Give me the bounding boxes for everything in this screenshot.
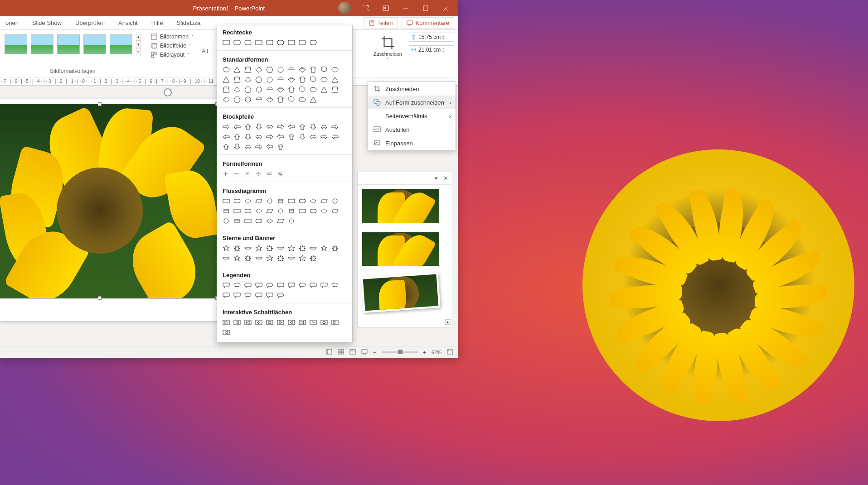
shape-option[interactable] (254, 123, 263, 131)
shape-option[interactable] (298, 66, 307, 74)
shape-option[interactable] (222, 66, 231, 74)
shape-option[interactable] (254, 96, 263, 104)
style-thumb-1[interactable] (5, 34, 27, 54)
shape-option[interactable] (222, 133, 231, 141)
shape-option[interactable] (298, 133, 307, 141)
shape-option[interactable] (243, 86, 252, 94)
share-button[interactable]: Teilen (364, 17, 398, 29)
shape-option[interactable] (243, 38, 252, 47)
shape-option[interactable] (298, 254, 307, 262)
shape-option[interactable] (254, 254, 263, 262)
shape-option[interactable] (320, 318, 329, 327)
fit-window-icon[interactable] (447, 349, 453, 355)
shape-option[interactable] (222, 207, 231, 215)
comments-button[interactable]: Kommentare (402, 17, 454, 29)
selected-picture[interactable] (0, 104, 218, 298)
shape-option[interactable] (265, 318, 274, 327)
shape-option[interactable] (254, 170, 263, 178)
shape-option[interactable] (222, 170, 231, 178)
picture-border-button[interactable]: Bildrahmen ˅ (151, 34, 194, 40)
shape-option[interactable] (298, 76, 307, 84)
shape-option[interactable] (254, 66, 263, 74)
shape-option[interactable] (320, 86, 329, 94)
alt-text-label[interactable]: Alt (199, 30, 211, 77)
view-sorter-icon[interactable] (338, 349, 344, 355)
shape-option[interactable] (309, 76, 318, 84)
shape-option[interactable] (298, 38, 307, 47)
shape-option[interactable] (233, 66, 242, 74)
shape-option[interactable] (265, 96, 274, 104)
shape-option[interactable] (298, 96, 307, 104)
rotate-handle-icon[interactable] (164, 88, 172, 96)
pane-scroll-right-icon[interactable]: ▸ (445, 319, 451, 325)
shape-option[interactable] (298, 123, 307, 131)
shape-option[interactable] (222, 244, 231, 252)
style-thumb-2[interactable] (31, 34, 53, 54)
shape-option[interactable] (265, 143, 274, 151)
shape-option[interactable] (265, 86, 274, 94)
tab-view[interactable]: Ansicht (116, 18, 141, 28)
shape-option[interactable] (276, 143, 285, 151)
shape-option[interactable] (320, 207, 329, 215)
view-reading-icon[interactable] (349, 349, 356, 355)
tab-help[interactable]: Hilfe (149, 18, 166, 28)
shape-option[interactable] (276, 244, 285, 252)
shape-option[interactable] (276, 170, 285, 178)
shape-option[interactable] (320, 244, 329, 252)
shape-option[interactable] (265, 207, 274, 215)
gallery-next-icon[interactable]: ▾ (136, 40, 141, 48)
shape-option[interactable] (222, 38, 231, 47)
shape-option[interactable] (298, 197, 307, 205)
shape-option[interactable] (309, 38, 318, 47)
shape-option[interactable] (330, 318, 339, 327)
view-slideshow-icon[interactable] (361, 349, 368, 355)
shape-option[interactable] (287, 86, 296, 94)
shape-option[interactable] (243, 318, 252, 327)
shape-option[interactable] (254, 281, 263, 289)
shape-option[interactable] (309, 318, 318, 327)
shape-option[interactable] (222, 123, 231, 131)
shape-option[interactable] (243, 291, 252, 299)
shape-option[interactable] (298, 318, 307, 327)
shape-option[interactable] (222, 86, 231, 94)
shape-option[interactable] (233, 197, 242, 205)
shape-option[interactable] (320, 133, 329, 141)
shape-option[interactable] (276, 123, 285, 131)
shape-option[interactable] (276, 76, 285, 84)
height-spinner[interactable]: ▴▾ (442, 34, 444, 40)
shape-option[interactable] (309, 133, 318, 141)
shape-option[interactable] (320, 197, 329, 205)
ribbon-mode-icon[interactable] (378, 0, 393, 16)
shape-option[interactable] (265, 66, 274, 74)
style-thumb-3[interactable] (57, 34, 80, 54)
shape-option[interactable] (254, 207, 263, 215)
shape-option[interactable] (254, 244, 263, 252)
shape-option[interactable] (330, 281, 339, 289)
crop-menu-crop[interactable]: Zuschneiden (368, 82, 456, 96)
shape-option[interactable] (320, 123, 329, 131)
style-thumb-4[interactable] (83, 34, 106, 54)
tab-slideshow[interactable]: Slide Show (29, 18, 64, 28)
shape-option[interactable] (254, 318, 263, 327)
shape-option[interactable] (243, 96, 252, 104)
shape-option[interactable] (254, 197, 263, 205)
shape-option[interactable] (287, 96, 296, 104)
shape-option[interactable] (254, 38, 263, 47)
shape-option[interactable] (330, 123, 339, 131)
shape-option[interactable] (309, 123, 318, 131)
shape-option[interactable] (233, 76, 242, 84)
style-thumb-5[interactable] (110, 34, 132, 54)
shape-option[interactable] (287, 66, 296, 74)
shape-option[interactable] (298, 281, 307, 289)
shape-option[interactable] (276, 281, 285, 289)
shape-option[interactable] (265, 217, 274, 225)
shape-option[interactable] (330, 197, 339, 205)
design-idea-thumb[interactable] (362, 189, 439, 223)
shape-option[interactable] (287, 38, 296, 47)
shape-option[interactable] (233, 133, 242, 141)
shape-option[interactable] (254, 143, 263, 151)
shape-option[interactable] (233, 318, 242, 327)
shape-option[interactable] (243, 281, 252, 289)
shape-option[interactable] (254, 291, 263, 299)
picture-layout-button[interactable]: Bildlayout ˅ (151, 52, 194, 58)
